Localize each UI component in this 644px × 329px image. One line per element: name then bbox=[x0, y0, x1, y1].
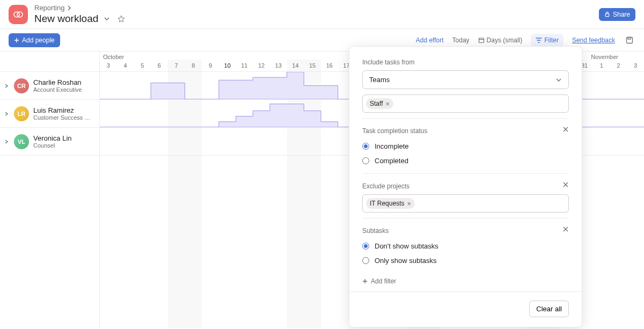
subtasks-radio-hide[interactable]: Don't show subtasks bbox=[362, 239, 569, 253]
project-chip-label: IT Requests bbox=[370, 200, 404, 207]
add-people-button[interactable]: Add people bbox=[9, 33, 60, 47]
weekend-shade bbox=[304, 156, 321, 328]
weekend-shade bbox=[287, 156, 304, 328]
day-header-cell: 14 bbox=[287, 60, 304, 71]
avatar: CR bbox=[14, 78, 29, 93]
teams-chip-input[interactable]: Staff × bbox=[362, 94, 569, 113]
subtasks-label: Subtasks bbox=[362, 227, 569, 235]
person-cell[interactable]: CR Charlie Roshan Account Executive bbox=[0, 72, 100, 99]
weekend-shade bbox=[185, 128, 202, 155]
zoom-selector[interactable]: Days (small) bbox=[478, 36, 523, 44]
subtasks-only-label: Only show subtasks bbox=[375, 257, 437, 265]
person-name: Veronica Lin bbox=[33, 134, 72, 142]
remove-chip-icon[interactable]: × bbox=[385, 100, 390, 107]
person-role: Counsel bbox=[33, 142, 72, 149]
subtasks-radio-only[interactable]: Only show subtasks bbox=[362, 253, 569, 268]
avatar: VL bbox=[14, 134, 29, 149]
close-icon bbox=[562, 226, 569, 232]
day-header-cell: 5 bbox=[134, 60, 151, 71]
person-role: Customer Success … bbox=[33, 114, 90, 121]
add-filter-label: Add filter bbox=[371, 277, 396, 285]
day-header-cell: 9 bbox=[202, 60, 219, 71]
add-filter-button[interactable]: Add filter bbox=[362, 273, 396, 289]
clear-all-button[interactable]: Clear all bbox=[529, 301, 569, 317]
day-header-cell: 3 bbox=[627, 60, 644, 71]
include-tasks-label: Include tasks from bbox=[362, 59, 569, 66]
status-incomplete-label: Incomplete bbox=[375, 142, 409, 150]
status-completed-label: Completed bbox=[375, 157, 408, 165]
title-dropdown-button[interactable] bbox=[101, 13, 112, 24]
person-cell[interactable]: VL Veronica Lin Counsel bbox=[0, 128, 100, 155]
expand-icon[interactable] bbox=[4, 137, 10, 145]
people-column-header bbox=[0, 52, 100, 71]
svg-point-1 bbox=[17, 12, 23, 17]
person-name: Charlie Roshan bbox=[33, 78, 82, 86]
status-radio-completed[interactable]: Completed bbox=[362, 153, 569, 168]
avatar: LR bbox=[14, 106, 29, 121]
expand-icon[interactable] bbox=[4, 109, 10, 118]
page-title: New workload bbox=[34, 13, 98, 25]
status-radio-incomplete[interactable]: Incomplete bbox=[362, 139, 569, 153]
add-effort-link[interactable]: Add effort bbox=[416, 36, 444, 44]
weekend-shade bbox=[168, 128, 185, 155]
exclude-label: Exclude projects bbox=[362, 182, 569, 190]
lock-icon bbox=[604, 11, 610, 17]
save-layout-button[interactable] bbox=[624, 34, 635, 46]
page-header: Reporting New workload Share bbox=[0, 0, 644, 29]
share-label: Share bbox=[613, 11, 630, 18]
radio-unselected-icon bbox=[362, 157, 369, 164]
workspace-logo bbox=[9, 5, 28, 24]
day-header-cell: 16 bbox=[321, 60, 338, 71]
day-header-cell: 6 bbox=[151, 60, 168, 71]
day-header-cell: 3 bbox=[100, 60, 117, 71]
chevron-down-icon bbox=[104, 16, 110, 22]
team-chip-staff[interactable]: Staff × bbox=[366, 98, 393, 109]
person-name: Luis Ramirez bbox=[33, 106, 90, 114]
favorite-button[interactable] bbox=[115, 13, 127, 25]
day-header-cell: 2 bbox=[610, 60, 627, 71]
remove-subtasks-filter-button[interactable] bbox=[562, 226, 569, 234]
day-header-cell: 12 bbox=[253, 60, 270, 71]
day-header-cell: 15 bbox=[304, 60, 321, 71]
remove-status-filter-button[interactable] bbox=[562, 126, 569, 134]
plus-icon bbox=[362, 279, 368, 284]
person-role: Account Executive bbox=[33, 86, 82, 93]
source-type-value: Teams bbox=[369, 76, 390, 84]
filter-icon bbox=[536, 37, 542, 43]
day-header-cell: 4 bbox=[117, 60, 134, 71]
send-feedback-link[interactable]: Send feedback bbox=[572, 36, 615, 44]
person-cell[interactable]: LR Luis Ramirez Customer Success … bbox=[0, 100, 100, 127]
filter-button[interactable]: Filter bbox=[531, 34, 564, 47]
svg-rect-2 bbox=[605, 14, 609, 17]
close-icon bbox=[562, 181, 569, 188]
chevron-down-icon bbox=[555, 77, 562, 83]
project-chip-it-requests[interactable]: IT Requests × bbox=[366, 198, 415, 209]
zoom-label: Days (small) bbox=[487, 36, 523, 44]
day-header-cell: 7 bbox=[168, 60, 185, 71]
chevron-right-icon bbox=[67, 5, 72, 11]
day-header-cell: 8 bbox=[185, 60, 202, 71]
day-header-cell: 11 bbox=[236, 60, 253, 71]
exclude-chip-input[interactable]: IT Requests × bbox=[362, 194, 569, 213]
add-people-label: Add people bbox=[22, 36, 55, 44]
breadcrumb: Reporting bbox=[34, 4, 127, 12]
svg-rect-5 bbox=[628, 37, 631, 39]
people-column-filler bbox=[0, 156, 100, 328]
share-button[interactable]: Share bbox=[599, 8, 635, 21]
source-type-select[interactable]: Teams bbox=[362, 70, 569, 89]
weekend-shade bbox=[287, 128, 304, 155]
day-header-cell: 10 bbox=[219, 60, 236, 71]
remove-chip-icon[interactable]: × bbox=[407, 200, 411, 207]
expand-icon[interactable] bbox=[4, 82, 10, 90]
save-icon bbox=[626, 36, 633, 44]
svg-rect-3 bbox=[479, 38, 484, 43]
weekend-shade bbox=[185, 156, 202, 328]
remove-exclude-filter-button[interactable] bbox=[562, 181, 569, 189]
today-button[interactable]: Today bbox=[452, 36, 470, 44]
calendar-icon bbox=[478, 37, 485, 43]
radio-selected-icon bbox=[362, 243, 369, 250]
breadcrumb-parent-link[interactable]: Reporting bbox=[34, 4, 64, 12]
overlap-icon bbox=[13, 9, 24, 20]
filter-panel: Include tasks from Teams Staff × Task co… bbox=[349, 46, 582, 327]
svg-rect-4 bbox=[627, 37, 633, 43]
